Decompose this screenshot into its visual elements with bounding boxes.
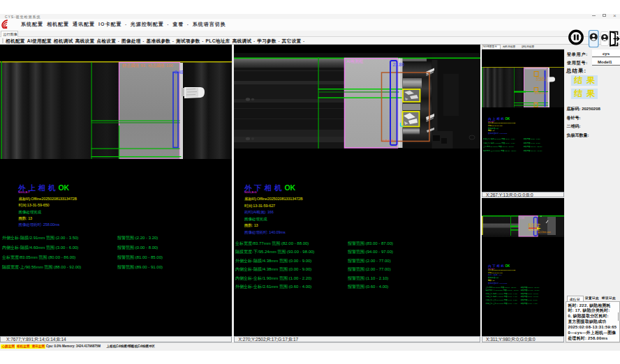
- svg-text:2.98: 2.98: [520, 216, 524, 219]
- svg-text:D3.A:05.Bq.0.05: D3.A:05.Bq.0.05: [536, 107, 550, 108]
- svg-text:B2:W4.0mm: B2:W4.0mm: [529, 225, 540, 227]
- svg-text:AI检测框: AI检测框: [346, 59, 363, 63]
- svg-text:3.48: 3.48: [175, 70, 184, 75]
- svg-text:qq:0.3mm 耗时: qq:0.3mm 耗时: [538, 230, 551, 233]
- svg-text:23.4:0P.3.0 | T: 23.4:0P.3.0 | T: [535, 92, 547, 95]
- svg-text:23.80: 23.80: [392, 62, 404, 67]
- svg-text:静态阈值:93, 动态阈值:100: 静态阈值:93, 动态阈值:100: [122, 63, 174, 68]
- svg-text:0.15,0.15: 0.15,0.15: [383, 139, 393, 142]
- svg-text:D:L=M.0.07: D:L=M.0.07: [536, 79, 547, 82]
